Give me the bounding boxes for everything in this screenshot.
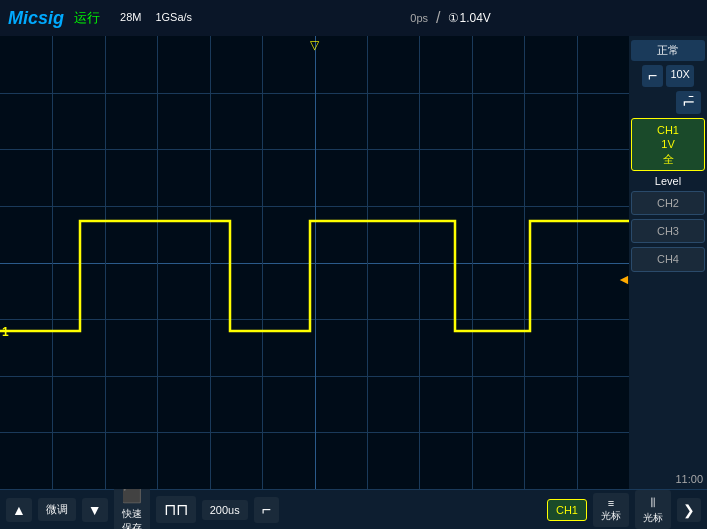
header-center: 28M 1GSa/s xyxy=(120,11,192,24)
memory-depth-info: 28M xyxy=(120,11,141,24)
timebase-value: 0ps xyxy=(410,12,428,24)
run-status: 运行 xyxy=(74,9,100,27)
probe-label[interactable]: 10X xyxy=(666,65,694,87)
y-cursor-button[interactable]: ⦀ 光标 xyxy=(635,490,671,529)
square-wave-left-btn[interactable]: ⊓⊓ xyxy=(156,496,196,523)
single-pulse-btn[interactable]: ⌐ xyxy=(254,497,279,523)
up-arrow-button[interactable]: ▲ xyxy=(6,498,32,522)
ch1-channel-marker: 1 xyxy=(2,325,9,339)
level-label: Level xyxy=(655,175,681,187)
expand-button[interactable]: ❯ xyxy=(677,498,701,522)
square-wave-left-icon: ⊓⊓ xyxy=(164,500,188,519)
timebase-button[interactable]: 200us xyxy=(202,500,248,520)
y-cursor-icon: ⦀ xyxy=(650,494,656,511)
ch4-button[interactable]: CH4 xyxy=(631,247,705,271)
rising-edge-btn[interactable]: ⌐ xyxy=(642,65,663,87)
ch1-button[interactable]: CH1 1V 全 xyxy=(631,118,705,171)
chevron-right-icon: ❯ xyxy=(683,502,695,518)
normal-button[interactable]: 正常 xyxy=(631,40,705,61)
ch1-bottom-indicator[interactable]: CH1 xyxy=(547,499,587,521)
x-cursor-icon: ≡ xyxy=(608,497,614,509)
trigger-voltage: ①1.04V xyxy=(448,11,490,25)
waveform-type-row: ⌐ 10X xyxy=(631,65,705,87)
timebase-section: 0ps / ①1.04V xyxy=(202,9,699,27)
fine-tune-button[interactable]: 微调 xyxy=(38,498,76,521)
main-area: ▽ 1 ◄ 正常 ⌐ 10X ⌐̄ CH1 1V 全 xyxy=(0,36,707,489)
falling-edge-btn[interactable]: ⌐̄ xyxy=(676,91,701,114)
header: Micsig 运行 28M 1GSa/s 0ps / ①1.04V xyxy=(0,0,707,36)
trigger-level-marker[interactable]: ◄ xyxy=(617,272,629,286)
scope-screen[interactable]: ▽ 1 ◄ xyxy=(0,36,629,489)
falling-edge-row: ⌐̄ xyxy=(631,91,705,114)
bottom-toolbar: ▲ 微调 ▼ ⬛ 快速 保存 ⊓⊓ 200us ⌐ CH1 ≡ 光标 ⦀ 光标 … xyxy=(0,489,707,529)
sample-rate-info: 1GSa/s xyxy=(155,11,192,24)
logo: Micsig xyxy=(8,8,64,29)
single-pulse-icon: ⌐ xyxy=(262,501,271,519)
trigger-arrow-icon: ◄ xyxy=(617,272,629,286)
ch3-button[interactable]: CH3 xyxy=(631,219,705,243)
time-display: 11:00 xyxy=(675,473,705,485)
divider-icon: / xyxy=(436,9,440,27)
down-arrow-button[interactable]: ▼ xyxy=(82,498,108,522)
x-cursor-button[interactable]: ≡ 光标 xyxy=(593,493,629,527)
right-panel: 正常 ⌐ 10X ⌐̄ CH1 1V 全 Level CH2 CH3 CH4 1… xyxy=(629,36,707,489)
ch2-button[interactable]: CH2 xyxy=(631,191,705,215)
waveform-ch1 xyxy=(0,36,629,489)
